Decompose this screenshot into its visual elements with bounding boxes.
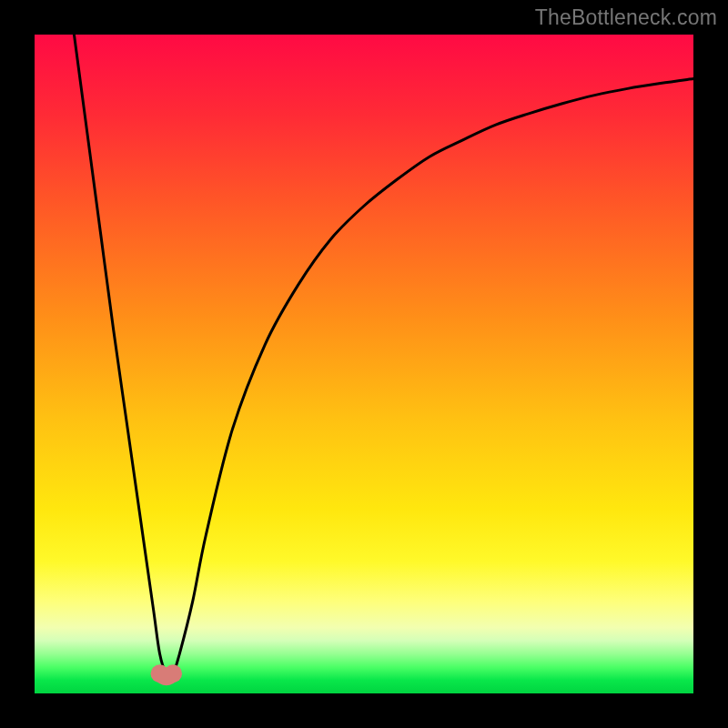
chart-frame: TheBottleneck.com bbox=[0, 0, 728, 728]
curve-layer bbox=[74, 35, 693, 676]
dip-connector bbox=[160, 673, 173, 678]
watermark-text: TheBottleneck.com bbox=[535, 5, 717, 30]
marker-layer bbox=[151, 664, 182, 682]
bottleneck-curve bbox=[74, 35, 693, 676]
chart-svg bbox=[35, 35, 693, 693]
